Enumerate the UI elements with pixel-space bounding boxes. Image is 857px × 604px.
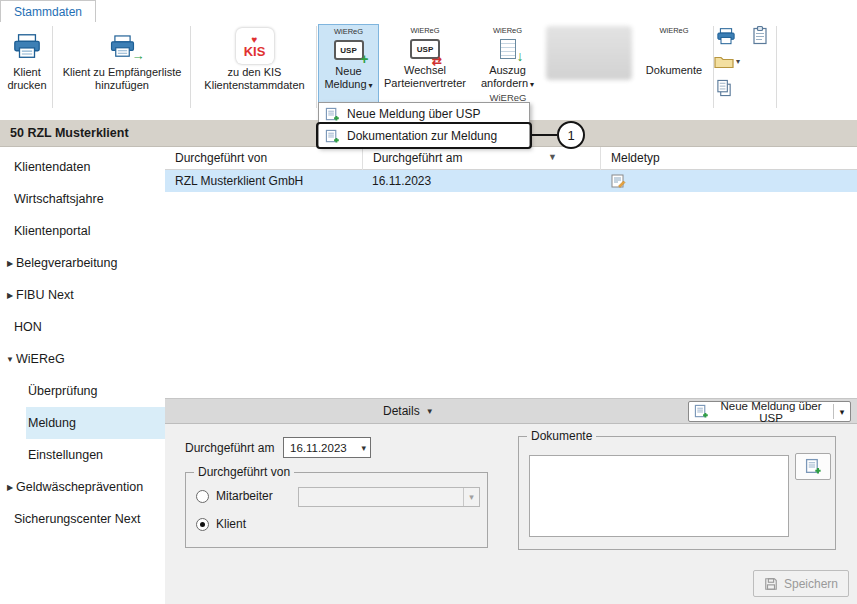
column-header-durchgefuehrt-am[interactable]: Durchgeführt am <box>362 147 600 170</box>
sort-filter-icon[interactable]: ▼ <box>548 152 557 162</box>
sidebar-item-geldwaeschepraevention[interactable]: ▶Geldwäscheprävention <box>0 471 165 503</box>
tab-stammdaten[interactable]: Stammdaten <box>0 0 96 22</box>
column-header-durchgefuehrt-von[interactable]: Durchgeführt von <box>165 147 362 170</box>
chevron-down-icon: ▾ <box>736 57 740 66</box>
column-header-label: Durchgeführt von <box>175 151 267 165</box>
redacted-button <box>546 26 632 80</box>
sidebar-item-wirtschaftsjahre[interactable]: Wirtschaftsjahre <box>0 183 165 215</box>
chevron-down-icon[interactable]: ▾ <box>834 407 850 417</box>
table-row[interactable]: RZL Musterklient GmbH 16.11.2023 <box>165 170 857 192</box>
sidebar-item-label: HON <box>14 320 42 334</box>
menu-item-neue-meldung-ueber-usp[interactable]: Neue Meldung über USP <box>319 103 529 125</box>
sidebar-item-label: Klientenportal <box>14 224 90 238</box>
callout-number: 1 <box>567 128 574 143</box>
sidebar-item-label: FIBU Next <box>16 288 74 302</box>
chevron-right-icon: ▶ <box>4 291 16 300</box>
wiereg-mini-label: WiEReG <box>659 26 688 35</box>
sidebar-item-label: Sicherungscenter Next <box>14 512 140 526</box>
chevron-down-icon: ▾ <box>369 81 373 90</box>
sidebar-item-belegverarbeitung[interactable]: ▶Belegverarbeitung <box>0 247 165 279</box>
button-label: Dokumente <box>646 64 702 77</box>
sidebar-item-sicherungscenter-next[interactable]: Sicherungscenter Next <box>0 503 165 535</box>
client-title: 50 RZL Musterklient <box>10 126 129 140</box>
save-icon <box>764 577 778 591</box>
sidebar-item-label: Meldung <box>28 416 76 430</box>
form-plus-icon <box>325 129 340 144</box>
sidebar-item-label: Klientendaten <box>14 160 90 174</box>
sidebar-item-ueberpruefung[interactable]: Überprüfung <box>0 375 165 407</box>
sidebar-item-einstellungen[interactable]: Einstellungen <box>0 439 165 471</box>
green-down-arrow-icon: ↓ <box>517 49 524 63</box>
button-label: Wechsel <box>384 64 466 77</box>
radio-mitarbeiter[interactable]: Mitarbeiter <box>196 489 273 503</box>
klient-empfaengerliste-button[interactable]: → Klient zu Empfängerliste hinzufügen <box>56 24 188 114</box>
sidebar-item-klientenportal[interactable]: Klientenportal <box>0 215 165 247</box>
chevron-down-icon: ▾ <box>463 488 479 506</box>
kis-logo-text: KIS <box>244 45 266 58</box>
details-label: Details <box>383 404 420 418</box>
mitarbeiter-select[interactable]: ▾ <box>298 487 480 507</box>
ribbon-separator <box>776 26 777 108</box>
radio-klient[interactable]: Klient <box>196 517 246 531</box>
app-window: Stammdaten Klient drucken <box>0 0 857 604</box>
column-header-label: Durchgeführt am <box>373 151 462 165</box>
button-label: Klientenstammdaten <box>204 79 304 92</box>
form-edit-icon <box>610 173 626 195</box>
chevron-down-icon: ▾ <box>361 443 366 453</box>
speichern-button[interactable]: Speichern <box>753 570 849 597</box>
dokumente-listbox[interactable] <box>529 455 789 537</box>
clipboard-button[interactable] <box>752 25 768 46</box>
chevron-down-icon: ▼ <box>4 355 16 364</box>
menu-item-label: Neue Meldung über USP <box>347 107 480 121</box>
button-label: drucken <box>7 79 46 92</box>
sidebar-item-hon[interactable]: HON <box>0 311 165 343</box>
wechsel-parteienvertreter-button[interactable]: WiEReG USP ⇄ Wechsel Parteienvertreter <box>381 24 469 114</box>
form-plus-icon <box>805 458 822 475</box>
neue-meldung-ueber-usp-button[interactable]: Neue Meldung über USP ▾ <box>688 401 851 422</box>
usp-label: USP <box>417 45 433 54</box>
details-bar: Details ▼ Neue Meldung über USP ▾ <box>165 398 857 424</box>
date-input[interactable]: 16.11.2023 ▾ <box>283 437 371 458</box>
button-label: hinzufügen <box>63 79 182 92</box>
swap-arrows-icon: ⇄ <box>432 55 442 67</box>
button-label: Speichern <box>784 577 838 591</box>
usp-label: USP <box>340 46 356 55</box>
ribbon-separator <box>316 26 317 108</box>
tab-label: Stammdaten <box>14 5 82 19</box>
sidebar-item-fibu-next[interactable]: ▶FIBU Next <box>0 279 165 311</box>
sidebar-item-label: Überprüfung <box>28 384 98 398</box>
form-plus-icon <box>325 107 340 122</box>
groupbox-legend: Durchgeführt von <box>194 465 294 479</box>
button-label: Neue Meldung über USP <box>709 400 833 424</box>
klient-drucken-button[interactable]: Klient drucken <box>2 24 52 114</box>
ribbon-separator <box>52 26 53 108</box>
open-folder-button[interactable]: ▾ <box>714 54 740 69</box>
button-label: Auszug <box>481 64 534 77</box>
annotation-connector-line <box>532 134 557 136</box>
button-label: Meldung <box>324 78 366 90</box>
dokumente-groupbox: Dokumente <box>518 436 836 550</box>
durchgefuehrt-von-groupbox: Durchgeführt von Mitarbeiter ▾ Klient <box>185 472 488 548</box>
wiereg-mini-label: WiEReG <box>493 26 522 35</box>
chevron-right-icon: ▶ <box>4 483 16 492</box>
copy-button[interactable] <box>716 79 733 97</box>
dokumente-button[interactable]: WiEReG Dokumente <box>636 24 712 114</box>
clipboard-icon <box>752 25 768 46</box>
button-label: Parteienvertreter <box>384 77 466 90</box>
column-header-meldetyp[interactable]: Meldetyp <box>600 147 857 170</box>
details-collapse-toggle[interactable]: Details ▼ <box>383 399 434 423</box>
sidebar-item-klientendaten[interactable]: Klientendaten <box>0 151 165 183</box>
copy-icon <box>716 79 733 97</box>
add-dokument-button[interactable] <box>795 453 831 480</box>
chevron-right-icon: ▶ <box>4 259 16 268</box>
kis-klientenstammdaten-button[interactable]: ♥ KIS zu den KIS Klientenstammdaten <box>194 24 315 114</box>
print-small-button[interactable] <box>716 27 736 46</box>
menu-item-dokumentation-zur-meldung[interactable]: Dokumentation zur Meldung <box>319 125 529 147</box>
sidebar-item-wiereg[interactable]: ▼WiEReG <box>0 343 165 375</box>
annotation-callout-1: 1 <box>557 121 585 149</box>
sidebar-item-label: WiEReG <box>16 352 65 366</box>
neue-meldung-button[interactable]: WiEReG USP + Neue Meldung▾ <box>318 24 379 114</box>
sidebar-item-meldung[interactable]: Meldung <box>0 407 165 439</box>
plus-icon: + <box>360 52 368 66</box>
radio-checked-icon <box>196 518 209 531</box>
